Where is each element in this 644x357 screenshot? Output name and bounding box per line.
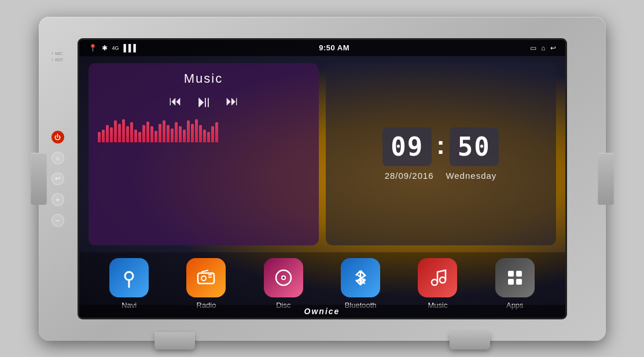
car-head-unit: MIC RST ⏻ ⌂ ↩ + − 📍 ✱ 4G ▌▌▌ 9:50 AM ▭ ⌂… [39,17,606,341]
power-button[interactable]: ⏻ [51,131,64,143]
brand-bar: Ownice [79,305,565,318]
eq-bar [150,126,153,142]
mount-tab-right [598,153,614,205]
eq-bar [130,122,133,142]
status-right-icons: ▭ ⌂ ↩ [530,44,555,52]
clock-minute: 50 [450,127,499,166]
eq-bar [179,126,182,142]
status-time: 9:50 AM [319,43,349,52]
signal-icon: ▌▌▌ [124,44,139,52]
clock-widget: 09 : 50 28/09/2016 Wednesday [326,63,556,245]
clock-hour: 09 [382,127,432,166]
app-item-music[interactable]: Music [414,258,461,310]
play-pause-button[interactable]: ⏯ [196,92,212,111]
mount-tab-bottom-left [154,332,195,349]
svg-point-9 [440,277,446,283]
eq-bar [110,127,113,142]
app-icon-bluetooth [341,258,380,297]
mic-label: MIC [51,51,64,56]
svg-rect-12 [508,279,514,285]
mount-tab-left [31,153,47,205]
status-left-icons: 📍 ✱ 4G ▌▌▌ [89,44,139,52]
music-controls: ⏮ ⏯ ⏭ [98,92,310,111]
eq-bar [114,120,117,142]
eq-bar [98,132,101,142]
eq-bar [122,119,125,142]
svg-point-0 [125,272,133,280]
widgets-row: Music ⏮ ⏯ ⏭ 09 : 50 28 [79,56,565,252]
eq-bar [207,132,210,142]
music-widget: Music ⏮ ⏯ ⏭ [89,63,319,245]
eq-bar [118,124,121,142]
app-item-apps[interactable]: Apps [492,258,538,310]
battery-icon: ▭ [530,44,536,52]
clock-date: 28/09/2016 [385,171,434,181]
app-icon-music [418,258,457,297]
eq-bar [159,124,161,142]
forward-button[interactable]: ⏭ [226,94,238,109]
eq-bar [146,122,149,142]
app-item-bluetooth[interactable]: Bluetooth [337,258,384,310]
lte-icon: 4G [112,45,119,51]
rewind-button[interactable]: ⏮ [169,94,182,109]
nav-home-icon[interactable]: ⌂ [541,44,545,52]
app-icon-apps [495,258,535,297]
side-buttons-panel: ⏻ ⌂ ↩ + − [51,131,64,227]
eq-bar [199,125,202,142]
svg-point-2 [201,276,206,281]
eq-bar [106,125,109,142]
app-item-radio[interactable]: Radio [183,258,229,310]
main-content-area: Music ⏮ ⏯ ⏭ 09 : 50 28 [79,56,565,318]
svg-rect-11 [516,271,522,277]
eq-bar [142,125,145,142]
clock-date-day: 28/09/2016 Wednesday [385,171,497,181]
status-bar: 📍 ✱ 4G ▌▌▌ 9:50 AM ▭ ⌂ ↩ [79,40,565,56]
music-widget-title: Music [98,71,310,86]
clock-colon: : [436,131,445,160]
mic-rst-labels: MIC RST [51,51,64,62]
svg-rect-13 [516,279,522,285]
eq-bar [211,126,214,142]
main-screen: 📍 ✱ 4G ▌▌▌ 9:50 AM ▭ ⌂ ↩ Music ⏮ [79,40,565,318]
volume-down-button[interactable]: − [51,214,64,227]
eq-bar [154,131,157,142]
svg-point-7 [282,277,285,279]
bluetooth-status-icon: ✱ [102,44,108,52]
eq-bar [195,119,198,142]
app-icon-disc [264,258,303,297]
eq-bar [183,130,186,142]
eq-bar [138,132,141,142]
mount-tab-bottom-right [450,332,490,349]
volume-up-button[interactable]: + [51,193,64,206]
eq-bar [134,130,137,142]
eq-bar [126,126,129,142]
app-item-navi[interactable]: Navi [106,258,152,310]
home-button[interactable]: ⌂ [51,152,64,164]
eq-bar [102,130,105,142]
svg-rect-10 [508,271,514,277]
eq-bar [167,125,170,142]
rst-label: RST [51,58,64,62]
equalizer-bars [98,119,310,142]
eq-bar [215,122,218,142]
eq-bar [163,120,165,142]
location-icon: 📍 [89,44,97,52]
nav-back-icon[interactable]: ↩ [550,44,556,52]
svg-point-8 [432,279,437,285]
clock-day: Wednesday [446,171,496,181]
eq-bar [203,130,206,142]
app-icon-radio [186,258,226,297]
clock-digits: 09 : 50 [382,127,499,166]
brand-name: Ownice [304,307,340,316]
app-icon-navi [109,258,149,297]
eq-bar [175,122,178,142]
back-button[interactable]: ↩ [51,172,64,185]
eq-bar [187,120,190,142]
eq-bar [171,128,174,142]
app-item-disc[interactable]: Disc [260,258,307,310]
eq-bar [191,124,194,142]
